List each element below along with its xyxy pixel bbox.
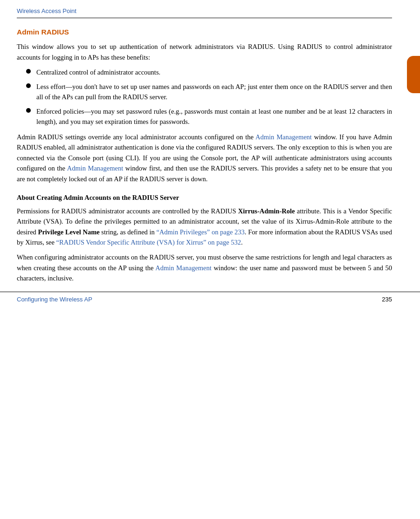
section-heading: Admin RADIUS xyxy=(17,27,392,38)
top-header: Wireless Access Point xyxy=(17,6,392,18)
bullet-dot xyxy=(26,83,31,88)
bullet-item-1: Centralized control of administrator acc… xyxy=(26,67,392,77)
bullet-text-2: Less effort—you don't have to set up use… xyxy=(36,82,392,102)
footer-left: Configuring the Wireless AP xyxy=(17,295,92,304)
page-footer: Configuring the Wireless AP 235 xyxy=(0,292,420,307)
admin-management-link-2[interactable]: Admin Management xyxy=(67,164,123,172)
radius-vsa-link[interactable]: “RADIUS Vendor Specific Attribute (VSA) … xyxy=(56,239,241,246)
bold-privilege: Privilege Level Name xyxy=(38,228,100,236)
admin-privileges-link[interactable]: “Admin Privileges” on page 233 xyxy=(156,228,244,236)
right-tab xyxy=(407,56,420,93)
intro-paragraph: This window allows you to set up authent… xyxy=(17,41,392,62)
admin-management-link-1[interactable]: Admin Management xyxy=(255,133,312,141)
sub-heading: About Creating Admin Accounts on the RAD… xyxy=(17,192,392,203)
bullet-dot xyxy=(26,108,31,113)
bullet-item-2: Less effort—you don't have to set up use… xyxy=(26,82,392,102)
bullet-item-3: Enforced policies—you may set password r… xyxy=(26,106,392,127)
bullet-list: Centralized control of administrator acc… xyxy=(26,67,392,127)
paragraph-1: Admin RADIUS settings override any local… xyxy=(17,132,392,184)
page-container: Wireless Access Point Admin RADIUS This … xyxy=(0,0,420,307)
bullet-text-1: Centralized control of administrator acc… xyxy=(36,67,392,77)
bullet-dot xyxy=(26,69,31,74)
bullet-text-3: Enforced policies—you may set password r… xyxy=(36,106,392,127)
header-title: Wireless Access Point xyxy=(17,7,76,14)
footer-right: 235 xyxy=(382,295,392,304)
bold-xirrus: Xirrus-Admin-Role xyxy=(238,207,295,215)
paragraph-2: Permissions for RADIUS administrator acc… xyxy=(17,206,392,248)
admin-management-link-3[interactable]: Admin Management xyxy=(155,264,212,272)
paragraph-3: When configuring administrator accounts … xyxy=(17,252,392,283)
